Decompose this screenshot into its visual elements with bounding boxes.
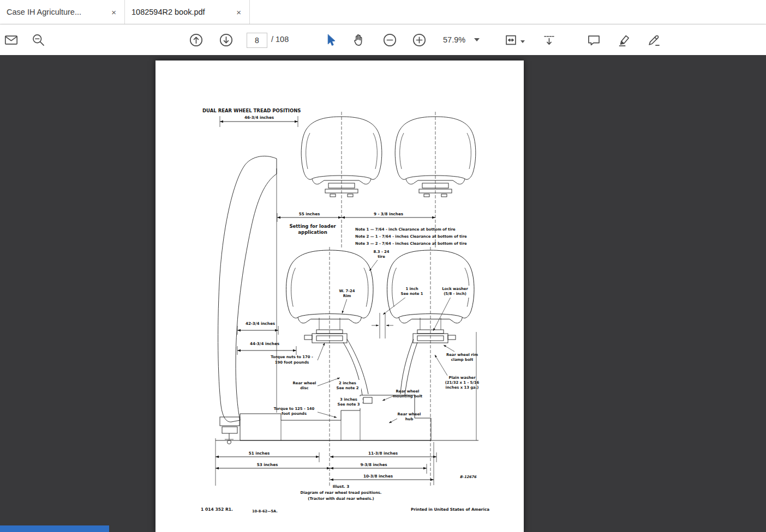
two-inches-label: See note 2 <box>337 386 359 390</box>
comment-button[interactable] <box>584 30 603 50</box>
wheel-tread-diagram: DUAL REAR WHEEL TREAD POSITIONS 46-3/4 i… <box>155 61 524 532</box>
setting-label: application <box>298 229 327 235</box>
plus-circle-icon <box>412 33 427 47</box>
rim-clamp-bolt-label: clamp bolt <box>451 358 474 362</box>
rim-label: W. 7-24 <box>339 289 355 293</box>
pdf-page: DUAL REAR WHEEL TREAD POSITIONS 46-3/4 i… <box>155 61 524 532</box>
tire-size-label: 8.3 - 24 <box>373 250 389 254</box>
minus-circle-icon <box>382 33 397 47</box>
mounting-bolt-label: mounting bolt <box>393 394 423 398</box>
rim-clamp-bolt-label: Rear wheel rim <box>446 353 478 357</box>
note-2: Note 2 — 1 - 7/64 - inches Clearance at … <box>355 234 467 239</box>
page-up-button[interactable] <box>186 30 206 50</box>
mail-icon <box>4 33 19 47</box>
highlighter-icon <box>617 33 632 47</box>
pen-icon <box>647 33 661 47</box>
footer-part-number: 1 014 352 R1. <box>201 507 233 512</box>
hand-tool-button[interactable] <box>350 30 369 50</box>
caption-illust: Illust. 3 <box>333 484 350 489</box>
plain-washer-label: inches x 13 ga.) <box>446 385 479 390</box>
fit-width-icon <box>504 33 518 47</box>
zoom-in-button[interactable] <box>409 30 429 50</box>
dim-9-bottom-label: 9-3/8 inches <box>360 462 387 467</box>
zoom-tool-button[interactable] <box>28 30 48 50</box>
dim-44-label: 44-3/4 inches <box>250 341 279 346</box>
zoom-level-label: 57.9% <box>443 35 465 44</box>
tab-case-ih[interactable]: Case IH Agriculture... × <box>0 0 125 24</box>
hand-icon <box>352 33 367 47</box>
dim-55-label: 55 inches <box>299 211 320 216</box>
one-inch-label: See note 1 <box>401 292 423 296</box>
tab-bar: Case IH Agriculture... × 1082594R2 book.… <box>0 0 766 25</box>
page-view-button[interactable] <box>539 30 559 50</box>
three-inches-label: 3 inches <box>340 397 357 402</box>
fit-page-button[interactable] <box>501 30 520 50</box>
figure-ref: B-12676 <box>460 475 477 479</box>
close-icon[interactable]: × <box>110 7 118 17</box>
torque-nuts-label: Torque nuts to 170 - <box>271 355 313 359</box>
rim-label: Rim <box>343 294 351 298</box>
dim-51-label: 51 inches <box>249 451 270 456</box>
fit-page-options-button[interactable] <box>519 38 526 45</box>
lock-washer-label: Lock washer <box>442 287 468 291</box>
rear-wheel-hub-label: hub <box>405 417 414 421</box>
dim-53-label: 53 inches <box>257 462 278 467</box>
tab-pdf-book[interactable]: 1082594R2 book.pdf × <box>125 0 250 24</box>
caption-line: (Tractor with dual rear wheels.) <box>308 497 374 501</box>
cursor-icon <box>323 33 338 47</box>
tire-size-label: tire <box>378 255 385 259</box>
select-tool-button[interactable] <box>320 30 340 50</box>
footer-date-code: 10-8-62—5A. <box>252 509 278 513</box>
one-inch-label: 1 inch <box>405 287 418 291</box>
dim-11-label: 11-3/8 inches <box>368 451 398 456</box>
footer-printed: Printed in United States of America <box>411 507 489 512</box>
caption-line: Diagram of rear wheel tread positions. <box>301 491 382 495</box>
torque-hub-label: Torque to 125 - 140 <box>274 407 315 411</box>
note-1: Note 1 — 7/64 - inch Clearance at bottom… <box>355 227 456 232</box>
page-count-label: / 108 <box>271 35 289 44</box>
dim-9-top-label: 9 - 3/8 inches <box>374 211 403 216</box>
plain-washer-label: Plain washer <box>448 376 476 380</box>
rear-wheel-disc-label: disc <box>300 386 308 390</box>
highlight-button[interactable] <box>614 30 634 50</box>
dim-10-label: 10-3/8 inches <box>363 474 393 479</box>
page-down-button[interactable] <box>216 30 236 50</box>
tab-label: Case IH Agriculture... <box>7 8 105 16</box>
three-inches-label: See note 3 <box>338 402 360 407</box>
comment-icon <box>587 33 601 47</box>
diagram-title: DUAL REAR WHEEL TREAD POSITIONS <box>202 108 301 113</box>
note-3: Note 3 — 2 - 7/64 - inches Clearance at … <box>355 241 467 246</box>
email-button[interactable] <box>1 30 21 50</box>
dim-42-label: 42-3/4 inches <box>246 321 275 326</box>
pdf-toolbar: / 108 57.9% <box>0 25 766 55</box>
close-icon[interactable]: × <box>235 7 243 17</box>
torque-hub-label: foot pounds <box>282 412 307 416</box>
zoom-out-button[interactable] <box>380 30 399 50</box>
torque-nuts-label: 190 foot pounds <box>275 360 309 365</box>
dim-46-label: 46-3/4 inches <box>244 115 274 120</box>
tab-label: 1082594R2 book.pdf <box>131 8 230 16</box>
page-number-input[interactable] <box>247 33 267 48</box>
lock-washer-label: (5/8 - inch) <box>444 292 466 296</box>
browser-window: Case IH Agriculture... × 1082594R2 book.… <box>0 0 766 532</box>
plain-washer-label: (21/32 x 1 - 5/16 <box>445 380 480 385</box>
rear-wheel-disc-label: Rear wheel <box>293 381 316 385</box>
zoom-level-dropdown[interactable]: 57.9% <box>443 32 480 47</box>
two-inches-label: 2 inches <box>339 381 356 385</box>
chevron-down-icon <box>474 38 480 41</box>
draw-signature-button[interactable] <box>644 30 663 50</box>
mounting-bolt-label: Rear wheel <box>396 389 420 394</box>
chevron-down-icon <box>520 40 525 43</box>
arrow-up-circle-icon <box>189 33 204 47</box>
setting-label: Setting for loader <box>289 223 336 229</box>
pdf-content-area[interactable]: DUAL REAR WHEEL TREAD POSITIONS 46-3/4 i… <box>0 55 766 532</box>
scroll-page-icon <box>542 33 556 47</box>
bottom-left-blue-strip <box>0 525 109 532</box>
arrow-down-circle-icon <box>219 33 234 47</box>
magnifier-minus-icon <box>31 33 46 47</box>
rear-wheel-hub-label: Rear wheel <box>398 412 421 416</box>
